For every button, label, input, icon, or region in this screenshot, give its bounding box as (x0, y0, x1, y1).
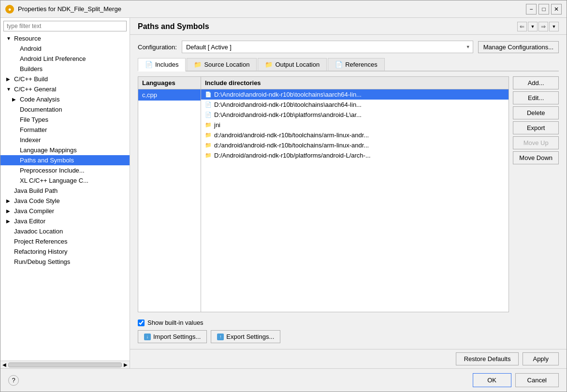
minimize-button[interactable]: − (526, 4, 537, 15)
move-up-button[interactable]: Move Up (513, 136, 559, 149)
close-button[interactable]: ✕ (551, 4, 562, 15)
sidebar-item-run-debug[interactable]: Run/Debug Settings (0, 257, 130, 267)
ok-button[interactable]: OK (473, 373, 511, 387)
sidebar-item-documentation[interactable]: Documentation (0, 104, 130, 115)
expander-icon (6, 188, 12, 193)
directory-item-6[interactable]: 📁 D:/Android/android-ndk-r10b/platforms/… (201, 150, 509, 160)
nav-back-button[interactable]: ⇐ (517, 22, 527, 31)
expander-icon (12, 168, 18, 173)
tab-references[interactable]: 📄 References (328, 58, 384, 71)
cancel-button[interactable]: Cancel (515, 373, 559, 387)
expander-icon: ▶ (6, 208, 12, 214)
sidebar-item-android-lint[interactable]: Android Lint Preference (0, 54, 130, 64)
sidebar-item-indexer[interactable]: Indexer (0, 135, 130, 145)
config-row: Configuration: Default [ Active ] Manage… (138, 41, 559, 53)
filter-input[interactable] (3, 21, 127, 31)
sidebar-item-label: Run/Debug Settings (14, 258, 70, 265)
expander-icon (12, 56, 18, 61)
expander-icon (12, 107, 18, 112)
maximize-button[interactable]: □ (538, 4, 549, 15)
export-label: Export Settings... (226, 333, 274, 340)
sidebar-item-label: Javadoc Location (14, 228, 63, 235)
directory-item-1[interactable]: 📄 D:\Android\android-ndk-r10b\toolchains… (201, 100, 509, 110)
directory-path: D:/Android/android-ndk-r10b/platforms/an… (214, 152, 371, 159)
right-panel: Paths and Symbols ⇐ ▼ ⇒ ▼ (130, 18, 567, 368)
dropdown-arrow-icon: ▼ (531, 24, 535, 29)
sidebar-item-label: C/C++ Build (14, 75, 48, 83)
sidebar-item-label: Resource (14, 35, 41, 42)
sidebar-item-java-code-style[interactable]: ▶ Java Code Style (0, 196, 130, 206)
forward-dropdown-icon: ▼ (552, 24, 556, 29)
move-down-button[interactable]: Move Down (513, 151, 559, 164)
sidebar-item-preprocessor[interactable]: Preprocessor Include... (0, 165, 130, 175)
folder-icon: 📁 (205, 152, 212, 159)
expander-icon: ▼ (6, 36, 12, 41)
nav-dropdown-button[interactable]: ▼ (528, 22, 538, 31)
dialog-title: Properties for NDK_File_Split_Merge (18, 5, 522, 13)
directory-item-3[interactable]: 📁 jni (201, 120, 509, 130)
sidebar-item-refactoring[interactable]: Refactoring History (0, 247, 130, 257)
title-bar: ● Properties for NDK_File_Split_Merge − … (0, 0, 567, 18)
nav-forward-button[interactable]: ⇒ (538, 22, 548, 31)
sidebar-item-resource[interactable]: ▼ Resource (0, 33, 130, 44)
sidebar-item-cpp-general[interactable]: ▼ C/C++ General (0, 84, 130, 94)
export-settings-button[interactable]: ↑ Export Settings... (211, 330, 280, 343)
edit-button[interactable]: Edit... (513, 91, 559, 104)
folder-icon: 📄 (205, 102, 212, 108)
sidebar-item-formatter[interactable]: Formatter (0, 125, 130, 135)
directory-item-2[interactable]: 📄 D:\Android\android-ndk-r10b\platforms\… (201, 110, 509, 120)
scroll-right-icon[interactable]: ▶ (124, 362, 128, 367)
sidebar-item-code-analysis[interactable]: ▶ Code Analysis (0, 94, 130, 104)
help-button[interactable]: ? (8, 375, 19, 386)
directory-path: D:\Android\android-ndk-r10b\toolchains\a… (214, 101, 362, 108)
apply-button[interactable]: Apply (523, 352, 559, 365)
tab-includes[interactable]: 📄 Includes (138, 58, 186, 72)
import-icon: ↓ (144, 334, 151, 340)
sidebar-item-paths-symbols[interactable]: Paths and Symbols (0, 155, 130, 165)
expander-icon: ▶ (12, 97, 18, 102)
tab-output-location[interactable]: 📁 Output Location (258, 58, 327, 71)
tab-label: Source Location (204, 61, 249, 68)
language-label: c,cpp (142, 91, 157, 99)
nav-forward-dropdown-button[interactable]: ▼ (549, 22, 559, 31)
sidebar-item-java-compiler[interactable]: ▶ Java Compiler (0, 206, 130, 216)
sidebar-item-label: XL C/C++ Language C... (20, 177, 88, 184)
directory-item-5[interactable]: 📁 d:/android/android-ndk-r10b/toolchains… (201, 140, 509, 150)
sidebar-item-javadoc[interactable]: Javadoc Location (0, 226, 130, 236)
delete-button[interactable]: Delete (513, 106, 559, 119)
expander-icon (6, 259, 12, 264)
add-button[interactable]: Add... (513, 76, 559, 89)
sidebar-item-java-editor[interactable]: ▶ Java Editor (0, 216, 130, 226)
sidebar-item-label: Java Code Style (14, 197, 60, 204)
sidebar-item-file-types[interactable]: File Types (0, 115, 130, 125)
sidebar-item-label: Indexer (20, 136, 41, 144)
manage-configurations-button[interactable]: Manage Configurations... (478, 41, 559, 53)
dialog: ● Properties for NDK_File_Split_Merge − … (0, 0, 567, 392)
sidebar-item-java-build-path[interactable]: Java Build Path (0, 186, 130, 196)
restore-defaults-button[interactable]: Restore Defaults (456, 352, 519, 365)
sidebar-item-xl-cpp[interactable]: XL C/C++ Language C... (0, 175, 130, 186)
language-item-ccpp[interactable]: c,cpp (138, 89, 201, 101)
directory-item-4[interactable]: 📁 d:/android/android-ndk-r10b/toolchains… (201, 130, 509, 140)
sidebar-item-cpp-build[interactable]: ▶ C/C++ Build (0, 74, 130, 84)
export-button[interactable]: Export (513, 121, 559, 134)
scroll-left-icon[interactable]: ◀ (2, 362, 6, 367)
sidebar-item-android[interactable]: Android (0, 44, 130, 54)
tab-source-location[interactable]: 📁 Source Location (187, 58, 257, 71)
sidebar-item-builders[interactable]: Builders (0, 64, 130, 74)
import-settings-button[interactable]: ↓ Import Settings... (138, 330, 207, 343)
bottom-controls: Show built-in values ↓ Import Settings..… (138, 317, 559, 343)
sidebar-item-label: Android (20, 45, 42, 52)
sidebar: ▼ Resource Android Android Lint Preferen… (0, 18, 130, 368)
config-select[interactable]: Default [ Active ] (182, 41, 473, 53)
show-built-in-checkbox[interactable] (138, 319, 145, 326)
show-built-in-label: Show built-in values (147, 319, 204, 326)
sidebar-item-project-references[interactable]: Project References (0, 236, 130, 247)
sidebar-item-language-mappings[interactable]: Language Mappings (0, 145, 130, 155)
directory-path: D:\Android\android-ndk-r10b\toolchains\a… (214, 91, 362, 98)
horizontal-scrollbar[interactable] (8, 363, 122, 367)
directory-item-0[interactable]: 📄 D:\Android\android-ndk-r10b\toolchains… (201, 89, 509, 100)
sidebar-item-label: Builders (20, 65, 43, 73)
footer-left: ? (8, 375, 19, 386)
folder-icon: 📁 (205, 132, 212, 139)
